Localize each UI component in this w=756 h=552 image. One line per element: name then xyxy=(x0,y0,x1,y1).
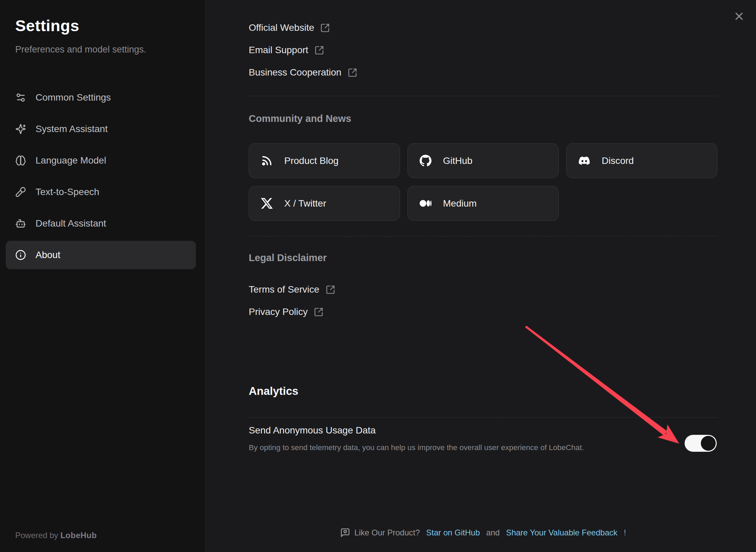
brain-icon xyxy=(15,155,26,166)
external-link-icon[interactable] xyxy=(314,45,324,55)
bot-icon xyxy=(15,218,26,229)
discord-button[interactable]: Discord xyxy=(566,143,717,178)
footer-suffix: ! xyxy=(622,528,626,537)
sidebar-item-language-model[interactable]: Language Model xyxy=(6,146,196,175)
rss-icon xyxy=(261,155,273,167)
link-label[interactable]: Privacy Policy xyxy=(249,306,308,317)
sidebar-item-label: Common Settings xyxy=(36,92,111,103)
official-website-link[interactable]: Official Website xyxy=(249,17,357,39)
usage-data-toggle[interactable] xyxy=(685,435,717,452)
sidebar-item-label: System Assistant xyxy=(36,124,108,134)
discord-icon xyxy=(578,155,590,167)
analytics-heading: Analytics xyxy=(249,385,298,398)
sidebar-item-common-settings[interactable]: Common Settings xyxy=(6,83,196,112)
lobehub-brand: LobeHub xyxy=(60,531,96,540)
settings-sidebar: Settings Preferences and model settings.… xyxy=(0,0,206,552)
external-link-icon[interactable] xyxy=(314,307,324,317)
section-divider xyxy=(249,417,717,418)
sidebar-item-default-assistant[interactable]: Default Assistant xyxy=(6,209,196,238)
email-support-link[interactable]: Email Support xyxy=(249,39,357,61)
contact-us-heading: Contact Us xyxy=(249,0,308,3)
analytics-setting-row: Send Anonymous Usage Data By opting to s… xyxy=(249,425,717,452)
external-link-icon[interactable] xyxy=(326,285,335,295)
button-label: X / Twitter xyxy=(284,198,326,209)
sidebar-item-system-assistant[interactable]: System Assistant xyxy=(6,115,196,143)
toggle-knob xyxy=(701,436,716,451)
link-label[interactable]: Official Website xyxy=(249,22,314,33)
legal-disclaimer-heading: Legal Disclaimer xyxy=(249,252,327,263)
button-label: GitHub xyxy=(443,155,472,166)
close-icon xyxy=(733,10,745,22)
sidebar-item-label: Text-to-Speech xyxy=(36,187,99,197)
medium-button[interactable]: Medium xyxy=(407,186,559,221)
close-button[interactable] xyxy=(733,10,745,22)
legal-links: Terms of Service Privacy Policy xyxy=(249,278,335,323)
link-label[interactable]: Email Support xyxy=(249,45,308,56)
community-heading: Community and News xyxy=(249,113,351,124)
section-divider xyxy=(249,236,717,236)
sidebar-item-text-to-speech[interactable]: Text-to-Speech xyxy=(6,178,196,206)
sidebar-item-label: About xyxy=(36,250,60,260)
message-heart-icon xyxy=(340,528,350,538)
x-twitter-button[interactable]: X / Twitter xyxy=(249,186,400,221)
info-icon xyxy=(15,250,26,260)
privacy-policy-link[interactable]: Privacy Policy xyxy=(249,301,335,323)
sidebar-item-label: Default Assistant xyxy=(36,218,106,229)
business-cooperation-link[interactable]: Business Cooperation xyxy=(249,61,357,84)
about-panel: Contact Us Official Website Email Suppor… xyxy=(206,0,756,552)
share-feedback-link[interactable]: Share Your Valuable Feedback xyxy=(506,528,617,537)
terms-of-service-link[interactable]: Terms of Service xyxy=(249,278,335,301)
sidebar-item-label: Language Model xyxy=(36,155,106,166)
product-blog-button[interactable]: Product Blog xyxy=(249,143,400,178)
page-footer: Like Our Product? Star on GitHub and Sha… xyxy=(249,528,717,538)
github-icon xyxy=(420,155,431,167)
button-label: Discord xyxy=(602,155,634,166)
medium-icon xyxy=(420,197,431,209)
footer-prefix: Like Our Product? xyxy=(354,528,422,537)
powered-by: Powered by LobeHub xyxy=(15,531,97,540)
button-label: Product Blog xyxy=(284,155,338,166)
section-divider xyxy=(249,96,717,96)
sidebar-item-about[interactable]: About xyxy=(6,241,196,269)
sparkles-icon xyxy=(15,124,26,134)
sliders-icon xyxy=(15,92,26,103)
powered-by-text: Powered by xyxy=(15,531,58,540)
settings-nav: Common Settings System Assistant Languag… xyxy=(6,83,196,272)
community-buttons: Product Blog GitHub Discord X / Twitter … xyxy=(249,143,717,221)
contact-links: Official Website Email Support Business … xyxy=(249,17,357,84)
footer-middle: and xyxy=(484,528,502,537)
github-button[interactable]: GitHub xyxy=(407,143,559,178)
link-label[interactable]: Terms of Service xyxy=(249,284,319,295)
mic-icon xyxy=(15,187,26,197)
setting-description: By opting to send telemetry data, you ca… xyxy=(249,443,717,452)
external-link-icon[interactable] xyxy=(348,68,357,78)
link-label[interactable]: Business Cooperation xyxy=(249,67,341,78)
button-label: Medium xyxy=(443,198,477,209)
star-on-github-link[interactable]: Star on GitHub xyxy=(426,528,480,537)
page-title: Settings xyxy=(15,16,196,35)
setting-label: Send Anonymous Usage Data xyxy=(249,425,717,436)
external-link-icon[interactable] xyxy=(320,23,330,33)
x-twitter-icon xyxy=(261,197,273,209)
page-subtitle: Preferences and model settings. xyxy=(15,44,196,55)
